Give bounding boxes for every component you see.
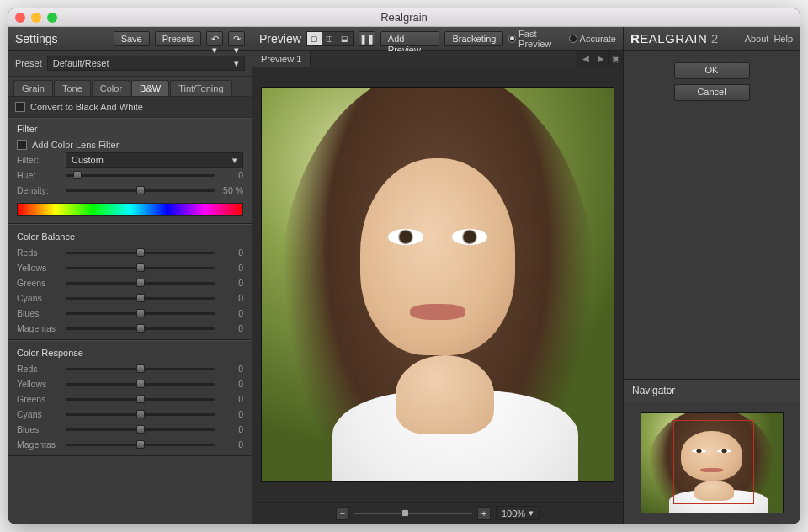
settings-panel: Settings Save Presets ↶ ▾ ↷ ▾ Preset Def… [8,27,252,524]
settings-title: Settings [15,32,58,45]
convert-bw-checkbox[interactable] [15,102,25,112]
view-single-icon[interactable]: ▢ [307,32,322,45]
add-color-lens-row: Add Color Lens Filter [8,137,252,152]
cancel-button[interactable]: Cancel [674,84,750,101]
preview-header: Preview ▢ ◫ ⬓ ❚❚ Add Preview Bracketing … [252,27,623,51]
tab-close-icon[interactable]: ▣ [608,51,623,66]
cb-row-greens: Greens0 [8,275,252,290]
brand-logo: REALGRAIN 2 [630,31,719,46]
preset-select[interactable]: Default/Reset ▾ [47,56,245,71]
preview-panel: Preview ▢ ◫ ⬓ ❚❚ Add Preview Bracketing … [252,27,623,524]
preset-row: Preset Default/Reset ▾ [8,51,252,77]
zoom-slider[interactable] [354,508,472,519]
settings-header: Settings Save Presets ↶ ▾ ↷ ▾ [8,27,252,51]
ok-button[interactable]: OK [674,62,750,79]
cb-slider-reds[interactable] [66,247,215,258]
add-preview-button[interactable]: Add Preview [380,31,440,46]
cr-slider-yellows[interactable] [66,379,215,389]
cr-row-blues: Blues0 [8,422,252,437]
cr-row-cyans: Cyans0 [8,407,252,422]
preset-label: Preset [15,58,42,68]
filter-value: Custom [72,155,104,165]
chevron-down-icon: ▾ [232,155,237,166]
hue-row: Hue: 0 [8,168,252,183]
zoom-in-button[interactable]: + [477,507,491,520]
app-window: Realgrain Settings Save Presets ↶ ▾ ↷ ▾ … [8,8,800,524]
tab-bw[interactable]: B&W [131,80,169,96]
cr-row-greens: Greens0 [8,391,252,407]
zoom-out-button[interactable]: − [336,507,349,520]
bracketing-button[interactable]: Bracketing [444,31,503,46]
cb-row-yellows: Yellows0 [8,260,252,275]
filter-select[interactable]: Custom ▾ [66,152,243,168]
color-balance-section: Color Balance Reds0 Yellows0 Greens0 Cya… [8,224,252,340]
save-button[interactable]: Save [114,31,150,46]
view-mode-group: ▢ ◫ ⬓ [306,31,354,46]
chevron-down-icon: ▾ [529,508,534,519]
navigator-thumbnail[interactable] [641,412,784,513]
tab-grain[interactable]: Grain [13,80,53,96]
cb-slider-greens[interactable] [66,278,215,288]
redo-button[interactable]: ↷ ▾ [228,31,245,46]
convert-bw-row: Convert to Black And White [8,97,252,118]
convert-bw-label: Convert to Black And White [30,102,143,112]
preset-value: Default/Reset [53,58,109,68]
brand-header: REALGRAIN 2 About Help [624,27,800,51]
density-slider[interactable] [66,185,215,195]
tab-next-icon[interactable]: ▶ [593,51,608,66]
cb-row-blues: Blues0 [8,306,252,321]
add-color-lens-label: Add Color Lens Filter [32,140,119,150]
preview-tab-1[interactable]: Preview 1 [252,51,311,66]
hue-slider[interactable] [66,170,215,180]
hue-spectrum[interactable] [17,203,243,216]
window-title: Realgrain [8,11,800,24]
tab-color[interactable]: Color [92,80,130,96]
tab-tint[interactable]: Tint/Toning [170,80,231,96]
cb-slider-magentas[interactable] [66,323,215,333]
cr-slider-magentas[interactable] [66,439,215,450]
color-balance-title: Color Balance [8,228,252,245]
settings-tabs: Grain Tone Color B&W Tint/Toning [8,77,252,97]
tab-tone[interactable]: Tone [54,80,91,96]
cr-row-magentas: Magentas0 [8,437,252,452]
filter-section: Filter Add Color Lens Filter Filter: Cus… [8,118,252,224]
filter-title: Filter [8,120,252,137]
cb-slider-blues[interactable] [66,308,215,318]
fast-preview-radio[interactable]: Fast Preview [508,29,563,49]
cr-slider-reds[interactable] [66,364,215,374]
preview-viewport[interactable] [252,67,623,502]
view-split-v-icon[interactable]: ⬓ [338,32,353,45]
presets-button[interactable]: Presets [155,31,201,46]
color-response-title: Color Response [8,344,252,361]
view-split-h-icon[interactable]: ◫ [322,32,338,45]
cr-slider-greens[interactable] [66,394,215,404]
cr-slider-cyans[interactable] [66,409,215,419]
density-value: 50 % [220,185,243,195]
cb-slider-yellows[interactable] [66,263,215,273]
preview-title: Preview [259,32,301,45]
tab-prev-icon[interactable]: ◀ [577,51,593,66]
settings-scroll[interactable]: Filter Add Color Lens Filter Filter: Cus… [8,118,252,524]
add-color-lens-checkbox[interactable] [17,140,27,150]
undo-button[interactable]: ↶ ▾ [206,31,223,46]
right-panel: REALGRAIN 2 About Help OK Cancel Navigat… [623,27,800,524]
cr-slider-blues[interactable] [66,424,215,434]
zoom-select[interactable]: 100%▾ [496,506,540,520]
about-link[interactable]: About [745,34,769,44]
navigator-section: Navigator [624,379,800,524]
preview-image [261,87,614,482]
navigator-viewport-rect[interactable] [673,420,754,504]
hue-value: 0 [220,170,243,180]
cb-row-magentas: Magentas0 [8,321,252,336]
navigator-title: Navigator [624,380,800,402]
filter-label: Filter: [17,155,61,165]
density-label: Density: [17,185,61,195]
accurate-radio[interactable]: Accurate [569,34,616,44]
pause-icon[interactable]: ❚❚ [359,31,375,46]
filter-select-row: Filter: Custom ▾ [8,152,252,168]
cb-slider-cyans[interactable] [66,293,215,303]
hue-label: Hue: [17,170,61,180]
preview-tabstrip: Preview 1 ◀ ▶ ▣ [252,51,623,67]
cr-row-reds: Reds0 [8,361,252,376]
help-link[interactable]: Help [773,34,793,44]
